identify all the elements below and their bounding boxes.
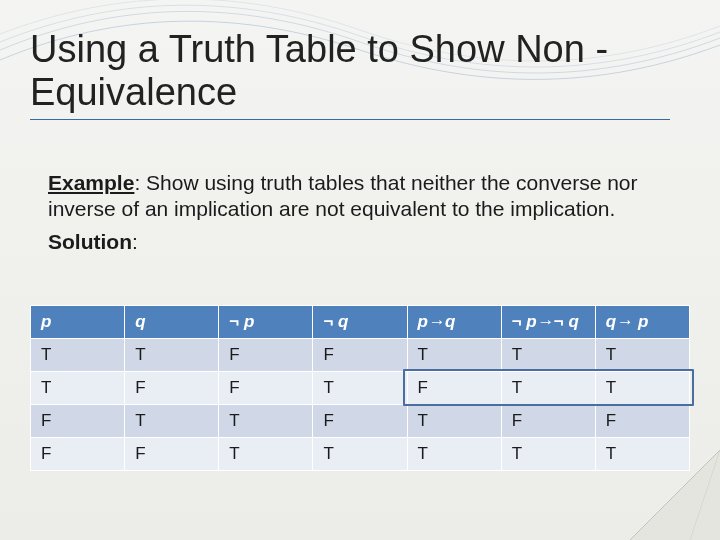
cell: T [407, 438, 501, 471]
cell: T [407, 405, 501, 438]
col-inverse: ¬ p→¬ q [501, 306, 595, 339]
table-header-row: p q ¬ p ¬ q p→q ¬ p→¬ q q→ p [31, 306, 690, 339]
cell: F [125, 372, 219, 405]
cell: F [501, 405, 595, 438]
cell: T [313, 438, 407, 471]
cell: T [595, 372, 689, 405]
cell: T [31, 339, 125, 372]
table-row: F F T T T T T [31, 438, 690, 471]
cell: T [501, 339, 595, 372]
col-q: q [125, 306, 219, 339]
example-paragraph: Example: Show using truth tables that ne… [48, 170, 648, 223]
col-converse: q→ p [595, 306, 689, 339]
example-text: : Show using truth tables that neither t… [48, 171, 638, 220]
cell: F [125, 438, 219, 471]
cell: T [407, 339, 501, 372]
cell: T [595, 438, 689, 471]
example-label: Example [48, 171, 134, 194]
slide-title: Using a Truth Table to Show Non -Equival… [30, 28, 670, 120]
cell: T [219, 405, 313, 438]
col-not-q: ¬ q [313, 306, 407, 339]
table-row: T T F F T T T [31, 339, 690, 372]
truth-table-container: p q ¬ p ¬ q p→q ¬ p→¬ q q→ p T T F F T T [30, 305, 690, 471]
truth-table: p q ¬ p ¬ q p→q ¬ p→¬ q q→ p T T F F T T [30, 305, 690, 471]
solution-paragraph: Solution: [48, 229, 648, 255]
slide: Using a Truth Table to Show Non -Equival… [0, 0, 720, 540]
cell: F [31, 438, 125, 471]
cell: T [595, 339, 689, 372]
cell: F [31, 405, 125, 438]
table-row: F T T F T F F [31, 405, 690, 438]
cell: T [125, 405, 219, 438]
cell: F [313, 405, 407, 438]
solution-text: : [132, 230, 138, 253]
cell: T [501, 372, 595, 405]
slide-body: Example: Show using truth tables that ne… [48, 170, 648, 261]
solution-label: Solution [48, 230, 132, 253]
cell: F [407, 372, 501, 405]
cell: T [313, 372, 407, 405]
cell: F [595, 405, 689, 438]
col-not-p: ¬ p [219, 306, 313, 339]
col-p-imp-q: p→q [407, 306, 501, 339]
cell: T [31, 372, 125, 405]
cell: T [219, 438, 313, 471]
cell: F [219, 339, 313, 372]
col-p: p [31, 306, 125, 339]
cell: T [501, 438, 595, 471]
cell: F [219, 372, 313, 405]
cell: F [313, 339, 407, 372]
cell: T [125, 339, 219, 372]
table-row: T F F T F T T [31, 372, 690, 405]
